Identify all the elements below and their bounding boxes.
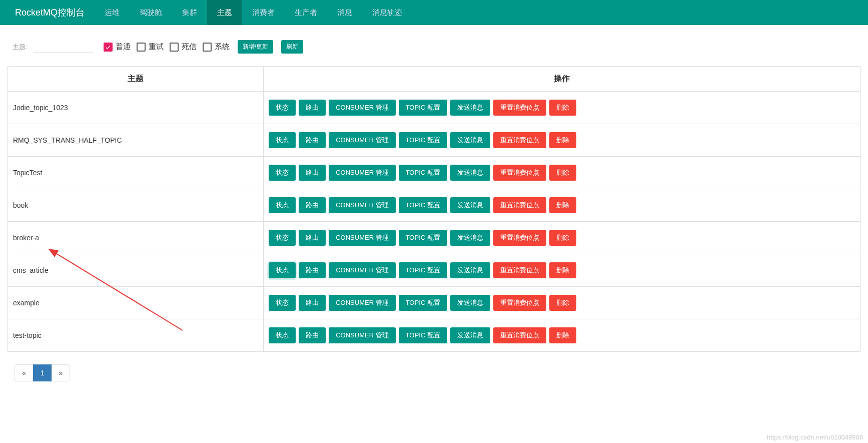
reset-consumer-offset-button[interactable]: 重置消费位点 (493, 100, 546, 116)
checkbox-icon (137, 43, 146, 52)
checkbox-label: 死信 (182, 42, 197, 52)
reset-consumer-offset-button[interactable]: 重置消费位点 (493, 327, 546, 343)
status-button[interactable]: 状态 (269, 327, 296, 343)
content: 主题: 普通重试死信系统 新增/更新 刷新 主题 操作 Jodie_topic_… (0, 25, 868, 386)
nav-item-6[interactable]: 消息 (327, 0, 362, 25)
consumer-manage-button[interactable]: CONSUMER 管理 (329, 100, 395, 116)
send-message-button[interactable]: 发送消息 (450, 165, 490, 181)
send-message-button[interactable]: 发送消息 (450, 327, 490, 343)
topic-config-button[interactable]: TOPIC 配置 (399, 132, 447, 148)
delete-button[interactable]: 删除 (549, 295, 576, 311)
page-next[interactable]: » (52, 364, 71, 381)
send-message-button[interactable]: 发送消息 (450, 132, 490, 148)
operations-cell: 状态路由CONSUMER 管理TOPIC 配置发送消息重置消费位点删除 (264, 157, 860, 189)
status-button[interactable]: 状态 (269, 132, 296, 148)
column-header-topic: 主题 (8, 67, 264, 92)
nav-item-7[interactable]: 消息轨迹 (362, 0, 412, 25)
nav-item-4[interactable]: 消费者 (242, 0, 285, 25)
consumer-manage-button[interactable]: CONSUMER 管理 (329, 327, 395, 343)
filter-checkbox-1[interactable]: 重试 (137, 42, 164, 52)
status-button[interactable]: 状态 (269, 295, 296, 311)
filter-checkbox-0[interactable]: 普通 (104, 42, 131, 52)
consumer-manage-button[interactable]: CONSUMER 管理 (329, 197, 395, 213)
route-button[interactable]: 路由 (299, 197, 326, 213)
topic-config-button[interactable]: TOPIC 配置 (399, 262, 447, 278)
operations-cell: 状态路由CONSUMER 管理TOPIC 配置发送消息重置消费位点删除 (264, 189, 860, 222)
page-current[interactable]: 1 (33, 364, 52, 381)
delete-button[interactable]: 删除 (549, 230, 576, 246)
route-button[interactable]: 路由 (299, 327, 326, 343)
nav-item-3[interactable]: 主题 (207, 0, 242, 25)
nav-item-5[interactable]: 生产者 (285, 0, 327, 25)
status-button[interactable]: 状态 (269, 262, 296, 278)
filter-checkbox-3[interactable]: 系统 (203, 42, 230, 52)
reset-consumer-offset-button[interactable]: 重置消费位点 (493, 132, 546, 148)
reset-consumer-offset-button[interactable]: 重置消费位点 (493, 262, 546, 278)
consumer-manage-button[interactable]: CONSUMER 管理 (329, 230, 395, 246)
topic-name-cell: Jodie_topic_1023 (8, 92, 264, 124)
filter-checkbox-2[interactable]: 死信 (170, 42, 197, 52)
nav-item-2[interactable]: 集群 (172, 0, 207, 25)
refresh-button[interactable]: 刷新 (281, 40, 303, 54)
route-button[interactable]: 路由 (299, 132, 326, 148)
reset-consumer-offset-button[interactable]: 重置消费位点 (493, 230, 546, 246)
topic-name-cell: book (8, 189, 264, 222)
topic-config-button[interactable]: TOPIC 配置 (399, 230, 447, 246)
table-row: RMQ_SYS_TRANS_HALF_TOPIC状态路由CONSUMER 管理T… (8, 124, 860, 157)
topic-config-button[interactable]: TOPIC 配置 (399, 100, 447, 116)
consumer-manage-button[interactable]: CONSUMER 管理 (329, 295, 395, 311)
reset-consumer-offset-button[interactable]: 重置消费位点 (493, 295, 546, 311)
table-row: Jodie_topic_1023状态路由CONSUMER 管理TOPIC 配置发… (8, 92, 860, 124)
send-message-button[interactable]: 发送消息 (450, 295, 490, 311)
delete-button[interactable]: 删除 (549, 197, 576, 213)
checkbox-icon (170, 43, 179, 52)
route-button[interactable]: 路由 (299, 230, 326, 246)
page-prev[interactable]: « (15, 364, 34, 381)
send-message-button[interactable]: 发送消息 (450, 230, 490, 246)
delete-button[interactable]: 删除 (549, 262, 576, 278)
status-button[interactable]: 状态 (269, 197, 296, 213)
reset-consumer-offset-button[interactable]: 重置消费位点 (493, 197, 546, 213)
nav-item-1[interactable]: 驾驶舱 (130, 0, 172, 25)
topic-config-button[interactable]: TOPIC 配置 (399, 295, 447, 311)
table-row: TopicTest状态路由CONSUMER 管理TOPIC 配置发送消息重置消费… (8, 157, 860, 189)
send-message-button[interactable]: 发送消息 (450, 197, 490, 213)
topic-config-button[interactable]: TOPIC 配置 (399, 197, 447, 213)
reset-consumer-offset-button[interactable]: 重置消费位点 (493, 165, 546, 181)
topic-table: 主题 操作 Jodie_topic_1023状态路由CONSUMER 管理TOP… (8, 66, 860, 352)
delete-button[interactable]: 删除 (549, 165, 576, 181)
checkbox-icon (104, 43, 113, 52)
table-row: test-topic状态路由CONSUMER 管理TOPIC 配置发送消息重置消… (8, 319, 860, 352)
topic-config-button[interactable]: TOPIC 配置 (399, 327, 447, 343)
status-button[interactable]: 状态 (269, 165, 296, 181)
send-message-button[interactable]: 发送消息 (450, 100, 490, 116)
route-button[interactable]: 路由 (299, 262, 326, 278)
delete-button[interactable]: 删除 (549, 132, 576, 148)
navbar-brand: RocketMQ控制台 (5, 7, 95, 19)
delete-button[interactable]: 删除 (549, 100, 576, 116)
operations-cell: 状态路由CONSUMER 管理TOPIC 配置发送消息重置消费位点删除 (264, 124, 860, 157)
topic-config-button[interactable]: TOPIC 配置 (399, 165, 447, 181)
filter-label: 主题: (13, 43, 28, 52)
route-button[interactable]: 路由 (299, 165, 326, 181)
status-button[interactable]: 状态 (269, 230, 296, 246)
operations-cell: 状态路由CONSUMER 管理TOPIC 配置发送消息重置消费位点删除 (264, 287, 860, 319)
consumer-manage-button[interactable]: CONSUMER 管理 (329, 262, 395, 278)
route-button[interactable]: 路由 (299, 100, 326, 116)
consumer-manage-button[interactable]: CONSUMER 管理 (329, 132, 395, 148)
consumer-manage-button[interactable]: CONSUMER 管理 (329, 165, 395, 181)
topic-name-cell: example (8, 287, 264, 319)
topic-name-cell: cms_article (8, 254, 264, 287)
operations-cell: 状态路由CONSUMER 管理TOPIC 配置发送消息重置消费位点删除 (264, 254, 860, 287)
delete-button[interactable]: 删除 (549, 327, 576, 343)
status-button[interactable]: 状态 (269, 100, 296, 116)
add-update-button[interactable]: 新增/更新 (238, 40, 273, 54)
nav-item-0[interactable]: 运维 (95, 0, 130, 25)
pagination: « 1 » (15, 364, 860, 381)
topic-search-input[interactable] (34, 41, 94, 53)
route-button[interactable]: 路由 (299, 295, 326, 311)
checkbox-label: 系统 (215, 42, 230, 52)
operations-cell: 状态路由CONSUMER 管理TOPIC 配置发送消息重置消费位点删除 (264, 92, 860, 124)
topic-name-cell: broker-a (8, 222, 264, 254)
send-message-button[interactable]: 发送消息 (450, 262, 490, 278)
